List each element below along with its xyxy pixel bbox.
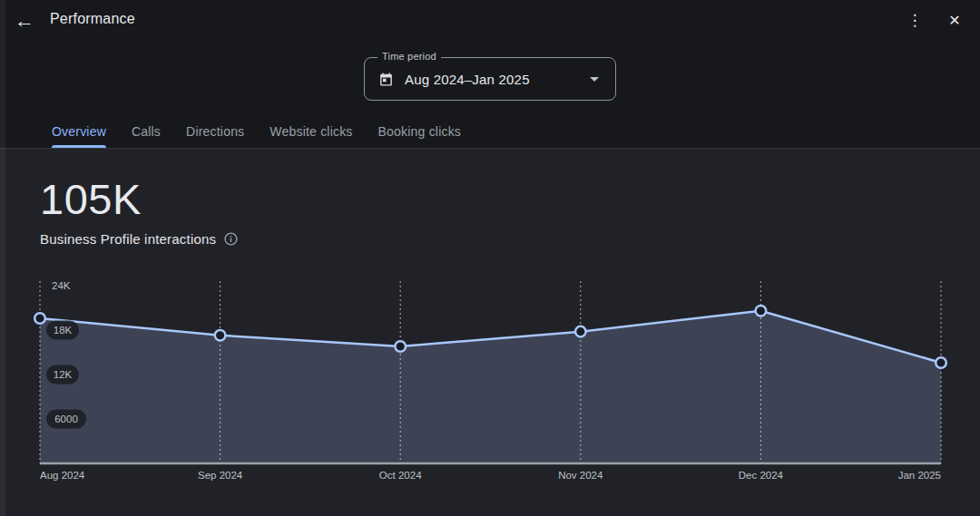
interactions-chart: 24K18K12K6000Aug 2024Sep 2024Oct 2024Nov… [0, 268, 980, 494]
y-axis-label: 6000 [54, 414, 78, 424]
x-axis-label: Dec 2024 [739, 470, 784, 481]
tab-label: Booking clicks [378, 124, 462, 139]
tab-calls[interactable]: Calls [120, 115, 172, 148]
chart-point[interactable] [575, 326, 586, 337]
chart-point[interactable] [756, 306, 767, 316]
metric-value: 105K [40, 174, 142, 224]
tab-label: Calls [132, 124, 161, 139]
tab-booking-clicks[interactable]: Booking clicks [367, 115, 474, 148]
chart-point[interactable] [215, 330, 226, 341]
calendar-icon [378, 72, 394, 87]
more-menu-button[interactable]: ⋮ [902, 7, 927, 33]
page-title: Performance [50, 11, 135, 27]
metric-row: Business Profile interactions [40, 231, 239, 247]
tab-bar: Overview Calls Directions Website clicks… [40, 115, 473, 148]
x-axis-label: Nov 2024 [558, 470, 603, 481]
panel-edge-highlight [0, 0, 5, 516]
tab-label: Website clicks [270, 124, 352, 139]
close-icon: ✕ [948, 12, 960, 29]
time-period-value: Aug 2024–Jan 2025 [405, 72, 530, 87]
chart-canvas: 24K18K12K6000Aug 2024Sep 2024Oct 2024Nov… [0, 268, 980, 494]
tab-overview[interactable]: Overview [40, 115, 118, 148]
x-axis-label: Jan 2025 [898, 470, 941, 481]
time-period-label: Time period [377, 51, 441, 62]
chart-point[interactable] [34, 313, 45, 324]
close-button[interactable]: ✕ [942, 7, 967, 33]
info-icon[interactable] [223, 231, 239, 247]
header: ← Performance ⋮ ✕ Time period Aug 2024–J… [0, 0, 980, 149]
x-axis-label: Oct 2024 [379, 470, 422, 481]
x-axis-label: Sep 2024 [198, 470, 243, 481]
tab-label: Directions [186, 124, 244, 139]
x-axis-label: Aug 2024 [40, 470, 85, 481]
tab-website-clicks[interactable]: Website clicks [258, 115, 364, 148]
tab-label: Overview [52, 124, 106, 139]
tab-directions[interactable]: Directions [174, 115, 256, 148]
y-axis-label: 24K [52, 280, 71, 291]
back-arrow-icon: ← [15, 9, 34, 33]
y-axis-label: 18K [54, 325, 73, 336]
metric-label: Business Profile interactions [40, 231, 216, 247]
time-period-select[interactable]: Time period Aug 2024–Jan 2025 [364, 57, 616, 101]
kebab-menu-icon: ⋮ [907, 11, 923, 30]
titlebar: ← Performance ⋮ ✕ [0, 0, 980, 40]
chart-point[interactable] [395, 341, 406, 352]
chevron-down-icon [590, 77, 599, 82]
y-axis-label: 12K [54, 369, 73, 380]
chart-point[interactable] [936, 357, 946, 368]
back-button[interactable]: ← [11, 7, 38, 34]
chart-area-fill [40, 311, 941, 463]
